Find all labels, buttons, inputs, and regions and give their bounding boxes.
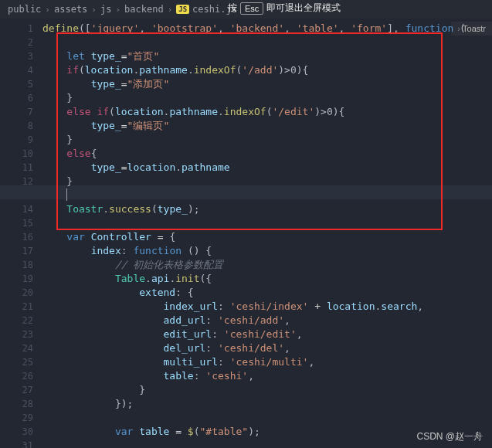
line-number: 31 [0, 439, 33, 448]
line-number: 26 [0, 369, 33, 383]
line-number: 20 [0, 286, 33, 300]
line-gutter: 1234567891011121314151617181920212223242… [0, 19, 42, 448]
line-number: 9 [0, 133, 33, 147]
cursor [66, 188, 67, 201]
code-area[interactable]: define(['jquery', 'bootstrap', 'backend'… [42, 19, 492, 448]
crumb-backend[interactable]: backend [124, 4, 164, 15]
line-number: 30 [0, 425, 33, 439]
line-number: 16 [0, 230, 33, 244]
line-number: 21 [0, 300, 33, 314]
line-number: 17 [0, 244, 33, 258]
chevron-icon: › [115, 5, 120, 15]
line-number: 24 [0, 341, 33, 355]
line-number: 22 [0, 314, 33, 328]
line-number: 29 [0, 411, 33, 425]
line-number: 5 [0, 77, 33, 91]
line-number: 28 [0, 397, 33, 411]
chevron-icon: › [91, 5, 97, 15]
line-number: 14 [0, 202, 33, 216]
line-number: 27 [0, 383, 33, 397]
crumb-assets[interactable]: assets [54, 4, 87, 15]
line-number: 19 [0, 272, 33, 286]
line-number: 8 [0, 119, 33, 133]
line-number: 4 [0, 63, 33, 77]
line-number: 25 [0, 355, 33, 369]
line-number: 1 [0, 22, 33, 36]
line-number: 2 [0, 36, 33, 49]
line-number: 7 [0, 105, 33, 119]
fullscreen-hint: 按 Esc 即可退出全屏模式 [228, 2, 341, 15]
crumb-public[interactable]: public [8, 4, 41, 15]
esc-key-icon: Esc [240, 2, 263, 15]
chevron-icon: › [45, 5, 50, 15]
code-content: define(['jquery', 'bootstrap', 'backend'… [42, 22, 492, 439]
line-number: 23 [0, 328, 33, 341]
line-number: 15 [0, 216, 33, 230]
line-number: 11 [0, 161, 33, 175]
line-number: 10 [0, 147, 33, 161]
line-number: 18 [0, 258, 33, 272]
chevron-icon: › [168, 5, 173, 15]
line-number: 3 [0, 49, 33, 63]
line-number: 6 [0, 91, 33, 105]
crumb-js[interactable]: js [100, 4, 111, 15]
code-editor[interactable]: 1234567891011121314151617181920212223242… [0, 19, 492, 448]
js-icon: JS [176, 5, 189, 14]
